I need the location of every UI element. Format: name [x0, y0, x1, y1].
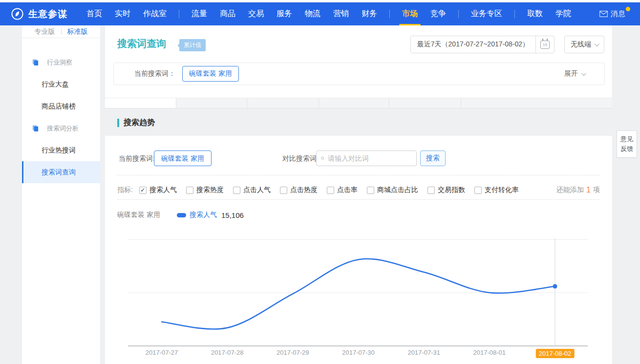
expand-toggle[interactable]: 展开: [564, 69, 585, 78]
checkbox-icon[interactable]: [427, 187, 435, 194]
page-header-panel: 搜索词查询 累计值 最近7天（2017-07-27~2017-08-02） 15…: [105, 25, 612, 98]
metric-label: 搜索热度: [196, 186, 224, 194]
section-heading: 搜索趋势: [117, 118, 155, 128]
nav-item[interactable]: 财务: [355, 2, 384, 25]
metric-checkbox-item[interactable]: 搜索热度: [186, 186, 224, 194]
messages-label: 消息: [611, 9, 625, 19]
nav-item[interactable]: 业务专区: [465, 2, 509, 25]
metrics-row: 指标: ✓搜索人气搜索热度点击人气点击热度点击率商城点击占比交易指数支付转化率: [117, 181, 528, 199]
nav-item[interactable]: 物流: [299, 2, 327, 25]
top-nav: 生意参谋 首页实时作战室流量商品交易服务物流营销财务市场竞争业务专区取数学院 消…: [0, 2, 640, 25]
tab-segment[interactable]: [319, 98, 389, 108]
tab-pro-version[interactable]: 专业版: [35, 27, 55, 36]
metric-checkbox-item[interactable]: 点击人气: [233, 186, 271, 194]
search-analysis-icon: [32, 125, 43, 132]
cumulative-value-badge: 累计值: [179, 39, 206, 51]
x-axis-label[interactable]: 2017-08-01: [473, 349, 506, 356]
divider: [117, 175, 600, 175]
nav-item[interactable]: 作战室: [137, 2, 173, 25]
search-trend-panel: 当前搜索词: 碗碟套装 家用 对比搜索词: 搜索 指标: ✓搜索人气搜索热度点击…: [105, 136, 612, 364]
checkbox-icon[interactable]: [327, 187, 334, 194]
tab-segment[interactable]: [461, 98, 612, 108]
compare-keyword-input[interactable]: [328, 154, 416, 162]
nav-group-divider: [458, 10, 459, 18]
x-axis-label[interactable]: 2017-07-31: [407, 349, 440, 356]
nav-item[interactable]: 竞争: [424, 2, 452, 25]
checkbox-icon[interactable]: [367, 187, 374, 194]
date-range-picker[interactable]: 最近7天（2017-07-27~2017-08-02） 15: [410, 36, 555, 53]
sidebar-menu: 行业洞察行业大盘商品店铺榜搜索词分析行业热搜词搜索词查询: [22, 38, 100, 183]
compare-keyword-input-wrap: [316, 150, 417, 166]
sidebar-group-label: 搜索词分析: [47, 124, 79, 133]
x-axis-label[interactable]: 2017-07-28: [211, 349, 244, 356]
current-keyword-chip[interactable]: 碗碟套装 家用: [182, 66, 239, 82]
x-axis-label-selected[interactable]: 2017-08-02: [536, 349, 575, 358]
terminal-select[interactable]: 无线端: [564, 36, 604, 53]
nav-item[interactable]: 营销: [327, 2, 355, 25]
nav-item[interactable]: 首页: [80, 2, 108, 25]
sidebar-item[interactable]: 行业大盘: [22, 73, 100, 95]
metrics-label: 指标:: [117, 186, 133, 194]
checkbox-checked-icon[interactable]: ✓: [139, 187, 147, 194]
sidebar-item[interactable]: 商品店铺榜: [22, 95, 100, 117]
legend-metric-name[interactable]: 搜索人气: [190, 211, 217, 219]
nav-item[interactable]: 学院: [549, 2, 577, 25]
checkbox-icon[interactable]: [474, 187, 482, 194]
checkbox-icon[interactable]: [186, 187, 193, 194]
terminal-value: 无线端: [571, 40, 591, 49]
tab-segment-active[interactable]: [105, 98, 176, 108]
feedback-button[interactable]: 意见 反馈: [617, 130, 637, 158]
trend-chart-svg[interactable]: [117, 235, 596, 364]
tab-standard-version[interactable]: 标准版: [67, 27, 88, 36]
nav-group-divider: [514, 10, 515, 18]
date-range-text: 最近7天（2017-07-27~2017-08-02）: [411, 36, 535, 53]
nav-item[interactable]: 取数: [521, 2, 549, 25]
nav-item[interactable]: 服务: [270, 2, 299, 25]
x-axis-label[interactable]: 2017-07-30: [342, 349, 375, 356]
section-accent-bar: [117, 119, 119, 127]
messages-button[interactable]: 消息: [599, 2, 629, 25]
checkbox-icon[interactable]: [233, 187, 240, 194]
chevron-down-icon: [595, 42, 599, 46]
search-icon: [321, 155, 324, 162]
tab-segment[interactable]: [389, 98, 461, 108]
nav-item[interactable]: 实时: [108, 2, 137, 25]
nav-group-divider: [179, 10, 179, 18]
nav-item[interactable]: 流量: [185, 2, 213, 25]
sidebar-item[interactable]: 搜索词查询: [22, 161, 100, 183]
metric-label: 交易指数: [438, 186, 465, 194]
chevron-down-icon: [581, 71, 586, 76]
trend-chart[interactable]: [117, 235, 596, 364]
x-axis-label[interactable]: 2017-07-29: [277, 349, 309, 356]
legend-keyword: 碗碟套装 家用: [117, 211, 177, 219]
calendar-icon: 15: [540, 41, 550, 49]
metric-checkbox-item[interactable]: 点击率: [327, 186, 358, 194]
metric-checkbox-item[interactable]: 交易指数: [427, 186, 465, 194]
current-keyword-box: 当前搜索词： 碗碟套装 家用 展开: [113, 63, 605, 85]
checkbox-icon[interactable]: [280, 187, 287, 194]
legend-metric-value: 15,106: [221, 211, 244, 219]
current-keyword-chip[interactable]: 碗碟套装 家用: [154, 150, 212, 166]
chart-legend: 碗碟套装 家用 搜索人气 15,106: [117, 209, 244, 221]
tab-segment[interactable]: [247, 98, 319, 108]
nav-item[interactable]: 商品: [213, 2, 242, 25]
notification-dot: [626, 7, 630, 11]
x-axis-label[interactable]: 2017-07-27: [146, 349, 178, 356]
metric-checkbox-item[interactable]: 点击热度: [280, 186, 318, 194]
metric-checkbox-item[interactable]: 商城点击占比: [367, 186, 418, 194]
selected-point-dot: [553, 284, 557, 289]
sidebar-item[interactable]: 行业热搜词: [22, 139, 100, 161]
brand[interactable]: 生意参谋: [11, 2, 67, 25]
search-button[interactable]: 搜索: [420, 150, 446, 166]
metric-checkbox-item[interactable]: ✓搜索人气: [139, 186, 177, 194]
nav-item[interactable]: 交易: [242, 2, 270, 25]
compare-keyword-label: 对比搜索词:: [282, 150, 319, 166]
brand-name: 生意参谋: [28, 8, 67, 21]
nav-item[interactable]: 市场: [396, 2, 424, 25]
metric-label: 点击热度: [290, 186, 318, 194]
metric-label: 支付转化率: [485, 186, 519, 194]
tab-segment[interactable]: [176, 98, 247, 108]
metric-checkbox-item[interactable]: 支付转化率: [474, 186, 519, 194]
sidebar-group-label: 行业洞察: [47, 58, 72, 67]
calendar-button[interactable]: 15: [535, 36, 554, 53]
